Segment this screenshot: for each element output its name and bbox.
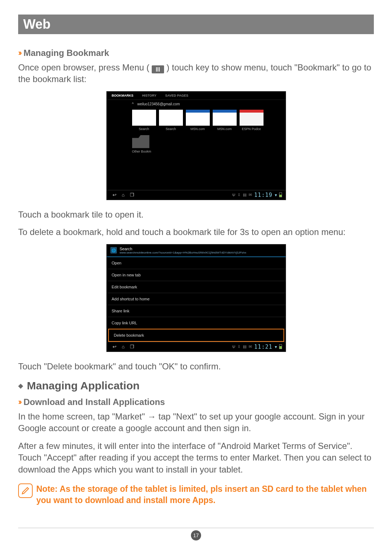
section-managing-application: ◆ Managing Application [18, 380, 374, 392]
screenshot-context-menu: 🌐 Search www.searchmobileonline.com/?sou… [106, 244, 286, 352]
page-number-badge: 17 [191, 530, 201, 540]
note-callout: Note: As the storage of the tablet is li… [18, 483, 374, 506]
caret-icon: ^ [132, 102, 134, 106]
screenshot-bookmarks-grid: BOOKMARKS HISTORY SAVED PAGES ^weiluo123… [106, 91, 286, 200]
globe-icon: 🌐 [110, 247, 117, 254]
recents-icon[interactable]: ❐ [128, 344, 136, 349]
battery-icon [279, 344, 282, 349]
subheading-managing-bookmark: ›› Managing Bookmark [18, 48, 374, 58]
usb-icon: Ψ [232, 193, 235, 197]
bookmark-tile[interactable]: Search [132, 110, 156, 131]
home-icon[interactable]: ⌂ [119, 344, 128, 349]
sd-icon: ▤ [243, 344, 246, 349]
section-label: Managing Application [27, 380, 140, 392]
paragraph-market-setup: In the home screen, tap "Market" → tap "… [18, 411, 374, 434]
menu-item-open[interactable]: Open [107, 257, 286, 269]
usb-icon: Ψ [232, 345, 235, 349]
paragraph-bookmark-open: Once open browser, press Menu ( ) touch … [18, 62, 374, 85]
bookmark-caption: Search [139, 127, 149, 131]
paragraph-touch-tile: Touch a bookmark tile to open it. [18, 209, 374, 220]
folder-caption: Other Bookm [132, 150, 281, 153]
sd-icon: ▤ [243, 193, 246, 197]
subheading-label: Download and Install Applications [24, 397, 165, 407]
status-icons: Ψ ⇩ ▤ ✉ 11:21 ▾ [232, 344, 282, 350]
note-text: Note: As the storage of the tablet is li… [36, 483, 374, 506]
browser-tabs: BOOKMARKS HISTORY SAVED PAGES [107, 92, 286, 100]
page-number: 17 [193, 532, 199, 538]
back-icon[interactable]: ↩ [110, 192, 119, 198]
bookmark-tiles-row: Search Search MSN.com MSN.com ESPN Podce [107, 108, 286, 132]
menu-item-copy-link[interactable]: Copy link URL [107, 317, 286, 329]
text-p1a: Once open browser, press Menu ( [18, 62, 150, 72]
wifi-icon: ▾ [275, 344, 277, 349]
paragraph-market-tos: After a few minutes, it will enter into … [18, 440, 374, 475]
bookmark-caption: MSN.com [217, 127, 232, 131]
menu-item-open-new-tab[interactable]: Open in new tab [107, 269, 286, 281]
diamond-bullet-icon: ◆ [18, 382, 23, 390]
android-navbar: ↩ ⌂ ❐ Ψ ⇩ ▤ ✉ 11:21 ▾ [107, 342, 286, 352]
menu-item-edit-bookmark[interactable]: Edit bookmark [107, 281, 286, 293]
chevron-right-icon: ›› [18, 397, 21, 407]
account-email: weiluo123456@gmail.com [137, 102, 180, 106]
download-icon: ⇩ [237, 344, 241, 349]
bookmark-caption: Search [166, 127, 176, 131]
wifi-icon: ▾ [275, 193, 277, 198]
bookmark-tile[interactable]: MSN.com [213, 110, 237, 131]
paragraph-delete-bookmark: To delete a bookmark, hold and touch a b… [18, 226, 374, 238]
tab-saved-pages[interactable]: SAVED PAGES [165, 94, 188, 97]
bookmark-folder[interactable]: Other Bookm [107, 132, 286, 153]
menu-item-delete-bookmark[interactable]: Delete bookmark [108, 329, 284, 342]
menu-key-icon [152, 65, 164, 73]
subheading-download-install: ›› Download and Install Applications [18, 397, 374, 407]
context-menu-title: Search [120, 247, 246, 251]
tab-history[interactable]: HISTORY [142, 94, 157, 97]
tab-bookmarks[interactable]: BOOKMARKS [112, 94, 134, 97]
section-header-label: Web [23, 17, 50, 32]
subheading-label: Managing Bookmark [24, 48, 109, 58]
menu-item-share-link[interactable]: Share link [107, 305, 286, 317]
arrow-right-icon: → [147, 412, 156, 421]
download-icon: ⇩ [237, 193, 241, 197]
footer-divider [18, 528, 374, 528]
clock: 11:19 [254, 192, 272, 198]
bookmark-tile[interactable]: Search [159, 110, 183, 131]
mail-icon: ✉ [249, 193, 252, 197]
menu-item-add-shortcut[interactable]: Add shortcut to home [107, 293, 286, 305]
bookmark-caption: ESPN Podce [242, 127, 261, 131]
recents-icon[interactable]: ❐ [128, 192, 136, 198]
status-icons: Ψ ⇩ ▤ ✉ 11:19 ▾ [232, 192, 282, 198]
context-menu-header: 🌐 Search www.searchmobileonline.com/?sou… [107, 244, 286, 256]
home-icon[interactable]: ⌂ [119, 192, 128, 198]
mail-icon: ✉ [249, 344, 252, 349]
bookmark-caption: MSN.com [191, 127, 205, 131]
back-icon[interactable]: ↩ [110, 344, 119, 349]
folder-icon [132, 135, 150, 148]
section-header-web: Web [18, 15, 374, 34]
battery-icon [279, 193, 282, 197]
page-footer: 17 [18, 528, 374, 540]
android-navbar: ↩ ⌂ ❐ Ψ ⇩ ▤ ✉ 11:19 ▾ [107, 190, 286, 200]
account-row[interactable]: ^weiluo123456@gmail.com [107, 100, 286, 108]
bookmark-tile[interactable]: ESPN Podce [240, 110, 264, 131]
clock: 11:21 [254, 344, 272, 350]
paragraph-confirm-delete: Touch "Delete bookmark" and touch "OK" t… [18, 361, 374, 372]
text-p5a: In the home screen, tap "Market" [18, 412, 147, 421]
context-menu-url: www.searchmobileonline.com/?sourceid=1&a… [120, 251, 246, 254]
chevron-right-icon: ›› [18, 48, 21, 58]
bookmark-tile[interactable]: MSN.com [186, 110, 210, 131]
note-pencil-icon [18, 483, 33, 498]
